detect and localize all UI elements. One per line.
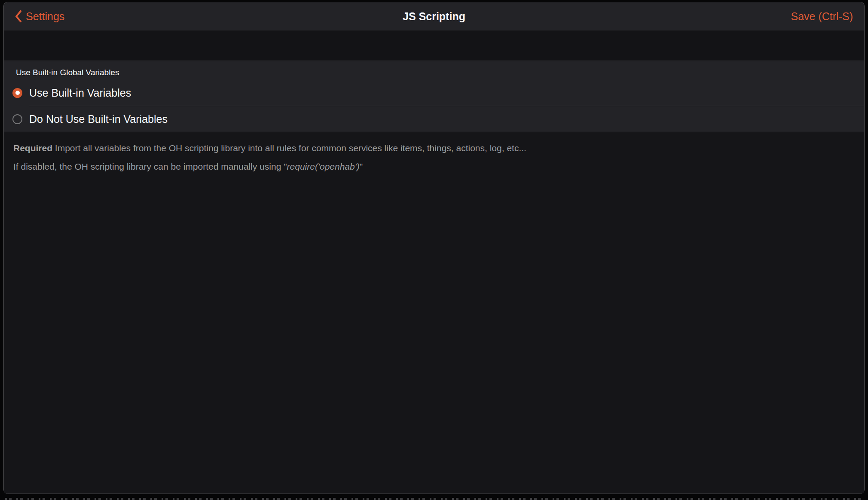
required-badge-text: Required xyxy=(13,143,52,153)
description-line-1: Required Import all variables from the O… xyxy=(13,141,847,155)
description-line-2: If disabled, the OH scripting library ca… xyxy=(13,159,847,174)
page-title: JS Scripting xyxy=(4,10,864,23)
radio-unselected-icon[interactable] xyxy=(12,114,22,124)
description-line-1-text: Import all variables from the OH scripti… xyxy=(52,143,526,153)
back-button-label: Settings xyxy=(26,10,64,23)
back-button-settings[interactable]: Settings xyxy=(15,10,64,23)
navbar-spacer xyxy=(4,30,864,61)
radio-option-label: Use Built-in Variables xyxy=(29,87,131,99)
description-line-2-text: If disabled, the OH scripting library ca… xyxy=(13,162,287,171)
description-code-snippet: require('openhab') xyxy=(287,162,360,171)
empty-content-area xyxy=(4,178,864,494)
navbar: Settings JS Scripting Save (Ctrl-S) xyxy=(4,2,864,30)
radio-group-label: Use Built-in Global Variables xyxy=(4,61,864,80)
radio-option-label: Do Not Use Built-in Variables xyxy=(29,113,168,125)
js-scripting-settings-popup: Settings JS Scripting Save (Ctrl-S) Use … xyxy=(3,2,865,494)
radio-group-built-in-variables: Use Built-in Global Variables Use Built-… xyxy=(4,61,864,132)
radio-option-use-built-in[interactable]: Use Built-in Variables xyxy=(4,80,864,106)
clipped-underlying-page-content xyxy=(5,498,861,500)
save-button[interactable]: Save (Ctrl-S) xyxy=(791,10,853,23)
setting-description: Required Import all variables from the O… xyxy=(4,132,864,178)
chevron-left-icon xyxy=(15,10,22,22)
description-line-2-closing-quote: " xyxy=(360,162,363,171)
radio-selected-icon[interactable] xyxy=(12,88,22,98)
radio-option-do-not-use-built-in[interactable]: Do Not Use Built-in Variables xyxy=(4,106,864,132)
